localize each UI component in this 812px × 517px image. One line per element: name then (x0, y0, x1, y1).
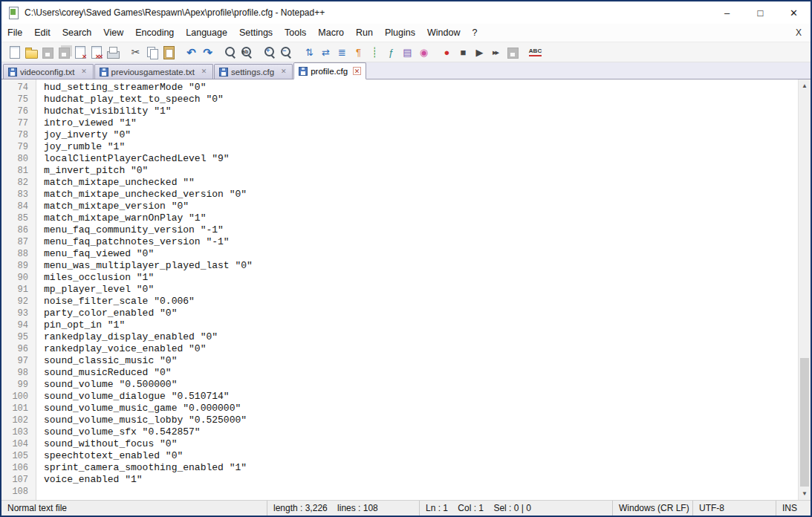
line-number[interactable]: 94 (1, 319, 36, 331)
tab-close-icon[interactable]: ✕ (80, 68, 88, 76)
tab-previousgamestate-txt[interactable]: previousgamestate.txt✕ (94, 64, 214, 79)
line-number[interactable]: 97 (1, 355, 36, 367)
function-list-icon[interactable]: ƒ (383, 45, 399, 60)
line-number[interactable]: 87 (1, 236, 36, 248)
tab-close-icon[interactable]: ✕ (279, 68, 288, 76)
print-icon[interactable] (105, 45, 120, 60)
new-file-icon[interactable] (7, 45, 22, 60)
tab-settings-cfg[interactable]: settings.cfg✕ (214, 64, 293, 79)
status-encoding[interactable]: UTF-8 (693, 501, 776, 516)
close-button[interactable]: ✕ (777, 1, 811, 24)
editor-line[interactable]: 91mp_player_level "0" (1, 284, 798, 296)
open-file-icon[interactable] (23, 45, 39, 60)
menu-item-file[interactable]: File (1, 24, 28, 42)
maximize-button[interactable]: □ (744, 1, 777, 24)
redo-icon[interactable]: ↷ (200, 45, 215, 60)
replace-icon[interactable]: ab (239, 45, 255, 60)
save-recorded-macro-icon[interactable] (504, 45, 520, 60)
tab-close-icon[interactable]: ✕ (353, 67, 361, 75)
show-all-characters-icon[interactable]: ¶ (351, 45, 366, 60)
editor-line[interactable]: 97sound_classic_music "0" (1, 355, 798, 367)
start-recording-macro-icon[interactable]: ● (439, 45, 455, 60)
line-number[interactable]: 98 (1, 367, 36, 379)
line-number[interactable]: 79 (1, 141, 36, 153)
editor-line[interactable]: 76hudchat_visibility "1" (1, 105, 798, 117)
line-number[interactable]: 107 (1, 474, 36, 486)
menu-item-macro[interactable]: Macro (312, 24, 350, 42)
line-number[interactable]: 75 (1, 94, 36, 105)
editor-line[interactable]: 90miles_occlusion "1" (1, 272, 798, 284)
editor-line[interactable]: 96rankedplay_voice_enabled "0" (1, 343, 798, 355)
document-monitor-icon[interactable]: ◉ (416, 45, 432, 60)
cut-icon[interactable]: ✂ (128, 45, 143, 60)
editor-line[interactable]: 78joy_inverty "0" (1, 129, 798, 141)
spell-check-icon[interactable]: ABC (527, 45, 543, 60)
tab-close-icon[interactable]: ✕ (200, 68, 208, 76)
find-icon[interactable] (223, 45, 238, 60)
editor-line[interactable]: 105speechtotext_enabled "0" (1, 450, 798, 462)
menu-item-language[interactable]: Language (180, 24, 233, 42)
line-number[interactable]: 84 (1, 201, 36, 212)
line-number[interactable]: 108 (1, 486, 36, 498)
line-number[interactable]: 76 (1, 105, 36, 117)
close-file-icon[interactable] (72, 45, 88, 60)
word-wrap-icon[interactable]: ≣ (334, 45, 350, 60)
line-number[interactable]: 77 (1, 117, 36, 129)
line-number[interactable]: 100 (1, 391, 36, 403)
status-insert-mode[interactable]: INS (776, 501, 811, 516)
run-macro-multiple-times-icon[interactable]: ▸▸ (488, 45, 504, 60)
paste-icon[interactable] (160, 45, 176, 60)
scroll-down-arrow-icon[interactable]: ▼ (799, 487, 811, 500)
sync-horizontal-scroll-icon[interactable]: ⇄ (318, 45, 334, 60)
line-number[interactable]: 105 (1, 450, 36, 462)
line-number[interactable]: 104 (1, 438, 36, 450)
menu-item-search[interactable]: Search (56, 24, 98, 42)
editor-line[interactable]: 88menu_faq_viewed "0" (1, 248, 798, 260)
editor-line[interactable]: 83match_mixtape_unchecked_version "0" (1, 189, 798, 201)
line-number[interactable]: 82 (1, 177, 36, 189)
line-number[interactable]: 106 (1, 462, 36, 474)
editor-line[interactable]: 92noise_filter_scale "0.006" (1, 296, 798, 308)
save-all-icon[interactable] (56, 45, 71, 60)
editor-line[interactable]: 95rankedplay_display_enabled "0" (1, 331, 798, 343)
line-number[interactable]: 83 (1, 189, 36, 201)
editor-line[interactable]: 101sound_volume_music_game "0.000000" (1, 403, 798, 414)
line-number[interactable]: 102 (1, 414, 36, 426)
editor-line[interactable]: 77intro_viewed "1" (1, 117, 798, 129)
editor-line[interactable]: 93party_color_enabled "0" (1, 308, 798, 319)
editor-line[interactable]: 107voice_enabled "1" (1, 474, 798, 486)
close-all-files-icon[interactable] (88, 45, 104, 60)
menu-item-tools[interactable]: Tools (279, 24, 312, 42)
menu-item-run[interactable]: Run (350, 24, 379, 42)
editor-line[interactable]: 82match_mixtape_unchecked "" (1, 177, 798, 189)
scrollbar-track[interactable] (799, 92, 811, 487)
line-number[interactable]: 88 (1, 248, 36, 260)
menu-item-settings[interactable]: Settings (233, 24, 279, 42)
status-eol-format[interactable]: Windows (CR LF) (613, 501, 693, 516)
editor-line[interactable]: 99sound_volume "0.500000" (1, 379, 798, 391)
scroll-up-arrow-icon[interactable]: ▲ (799, 79, 811, 92)
document-map-icon[interactable]: ▤ (400, 45, 415, 60)
line-number[interactable]: 103 (1, 426, 36, 438)
editor-line[interactable]: 79joy_rumble "1" (1, 141, 798, 153)
line-number[interactable]: 92 (1, 296, 36, 308)
undo-icon[interactable]: ↶ (183, 45, 199, 60)
line-number[interactable]: 91 (1, 284, 36, 296)
editor-line[interactable]: 94pin_opt_in "1" (1, 319, 798, 331)
line-number[interactable]: 86 (1, 224, 36, 236)
editor-line[interactable]: 106sprint_camera_smoothing_enabled "1" (1, 462, 798, 474)
menu-item-edit[interactable]: Edit (28, 24, 56, 42)
stop-recording-macro-icon[interactable]: ■ (455, 45, 471, 60)
line-number[interactable]: 96 (1, 343, 36, 355)
line-number[interactable]: 81 (1, 165, 36, 177)
close-document-button[interactable]: X (787, 24, 811, 42)
editor-line[interactable]: 74hud_setting_streamerMode "0" (1, 82, 798, 94)
line-number[interactable]: 90 (1, 272, 36, 284)
copy-icon[interactable] (144, 45, 160, 60)
line-number[interactable]: 85 (1, 212, 36, 224)
menu-item-plugins[interactable]: Plugins (379, 24, 421, 42)
editor-line[interactable]: 80localClientPlayerCachedLevel "9" (1, 153, 798, 165)
editor-line[interactable]: 75hudchat_play_text_to_speech "0" (1, 94, 798, 105)
editor-line[interactable]: 103sound_volume_sfx "0.542857" (1, 426, 798, 438)
editor-line[interactable]: 81m_invert_pitch "0" (1, 165, 798, 177)
